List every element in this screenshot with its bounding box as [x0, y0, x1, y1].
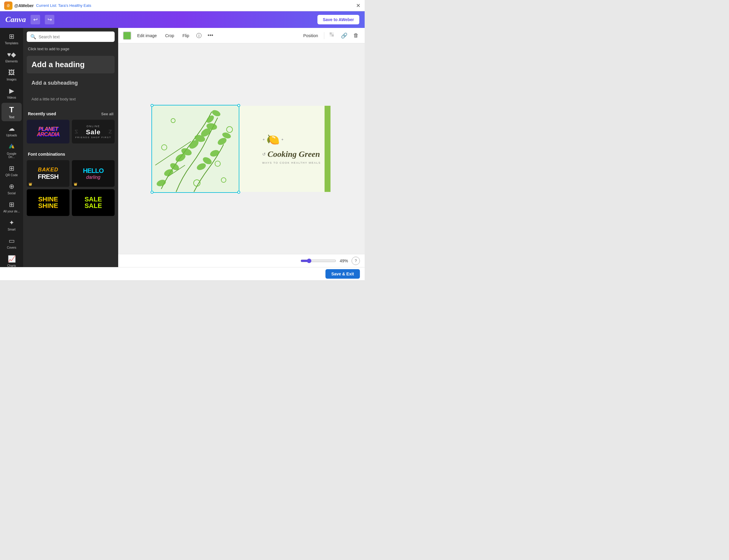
flip-button[interactable]: Flip	[180, 32, 192, 39]
canvas-bottom: 49% ?	[118, 254, 364, 267]
sidebar-item-videos-label: Videos	[7, 96, 16, 99]
qr-code-icon: ⊞	[9, 165, 14, 172]
svg-rect-2	[332, 32, 334, 34]
sidebar-item-elements-label: Elements	[5, 60, 18, 63]
online-label: ONLINE	[75, 125, 111, 128]
add-body-option[interactable]: Add a little bit of body text	[27, 93, 115, 105]
aweber-logo-text: @AWeber	[14, 3, 34, 8]
shine-text-1: SHINE	[30, 196, 66, 203]
covers-icon: ▭	[9, 237, 15, 245]
sidebar-item-covers[interactable]: ▭ Covers	[1, 235, 22, 252]
toolbar-separator	[324, 32, 324, 39]
green-bar	[325, 106, 331, 192]
recently-used-items: PLANETARCADIA ONLINE Sale FRIENDS SHOP F…	[23, 119, 118, 147]
text-icon: T	[9, 105, 14, 114]
transparency-button[interactable]	[328, 31, 336, 40]
save-to-aweber-button[interactable]: Save to AWeber	[318, 15, 359, 24]
templates-icon: ⊞	[9, 33, 14, 40]
elements-icon: ♥◆	[7, 51, 16, 59]
font-combinations-grid: BAKED FRESH 👑 HELLO darling 👑	[23, 159, 118, 220]
aweber-logo-icon: @	[4, 1, 12, 10]
add-heading-option[interactable]: Add a heading	[27, 56, 115, 73]
info-button[interactable]: ⓘ	[195, 31, 203, 40]
crop-button[interactable]: Crop	[163, 32, 176, 39]
recently-used-label: Recently used	[28, 111, 56, 116]
shine-text-2: SHINE	[30, 203, 66, 209]
google-drive-icon	[8, 143, 15, 151]
sidebar-item-templates-label: Templates	[5, 42, 18, 45]
sidebar-item-text-label: Text	[9, 116, 14, 119]
save-exit-button[interactable]: Save & Exit	[326, 269, 360, 279]
color-swatch[interactable]	[123, 31, 131, 40]
sidebar-item-social-label: Social	[7, 192, 15, 195]
sidebar-item-google-drive[interactable]: Google Dri...	[1, 141, 22, 161]
svg-rect-0	[330, 32, 332, 34]
canvas-viewport[interactable]: ✦ 🍋 ✦ ↺ Cooking Green WAYS TO COOK HEALT…	[118, 43, 364, 254]
save-exit-bar: Save & Exit	[0, 267, 364, 280]
sidebar-item-qr-code[interactable]: ⊞ QR Code	[1, 162, 22, 179]
darling-text: darling	[75, 175, 111, 180]
canva-wrapper: Canva ↩ ↪ Save to AWeber ⊞ Templates ♥◆ …	[0, 11, 364, 280]
font-combinations-label: Font combinations	[28, 152, 65, 157]
more-options-button[interactable]: •••	[206, 31, 214, 40]
online-sale-sub: FRIENDS SHOP FIRST	[75, 136, 111, 139]
svg-rect-1	[332, 34, 334, 37]
recently-item-planet-arcadia[interactable]: PLANETARCADIA	[27, 120, 70, 143]
sidebar-item-all-designs-label: All your de...	[3, 210, 20, 213]
cooking-green-content: ✦ 🍋 ✦ ↺ Cooking Green WAYS TO COOK HEALT…	[244, 133, 321, 164]
charts-icon: 📈	[8, 255, 16, 263]
sparkle-right: ✦	[281, 138, 284, 142]
text-panel: 🔍 Click text to add to page Add a headin…	[23, 28, 118, 267]
undo-button[interactable]: ↩	[31, 15, 40, 24]
online-sale-text: Sale	[75, 128, 111, 136]
cooking-green-title: Cooking Green	[268, 149, 320, 159]
recently-item-online-sale[interactable]: ONLINE Sale FRIENDS SHOP FIRST	[72, 120, 115, 143]
sidebar-item-images[interactable]: 🖼 Images	[1, 67, 22, 83]
videos-icon: ▶	[9, 87, 14, 95]
lemon-area: ✦ 🍋 ✦	[262, 133, 284, 146]
link-button[interactable]: 🔗	[340, 31, 349, 40]
font-combo-baked-fresh[interactable]: BAKED FRESH 👑	[27, 160, 70, 187]
refresh-icon: ↺	[262, 152, 266, 157]
title-row: ↺ Cooking Green	[262, 149, 320, 159]
help-button[interactable]: ?	[352, 257, 360, 265]
sidebar-item-images-label: Images	[7, 78, 17, 81]
images-icon: 🖼	[8, 69, 15, 77]
search-box[interactable]: 🔍	[27, 31, 115, 42]
aweber-close-icon[interactable]: ✕	[356, 2, 361, 9]
canvas-area: Edit image Crop Flip ⓘ ••• Position	[118, 28, 364, 267]
social-icon: ⊕	[9, 183, 14, 190]
font-combo-sale[interactable]: SALE SALE	[72, 189, 115, 216]
cooking-green-subtitle: WAYS TO COOK HEALTHY MEALS	[262, 161, 321, 164]
sidebar-item-elements[interactable]: ♥◆ Elements	[1, 48, 22, 65]
sidebar-item-text[interactable]: T Text	[1, 103, 22, 121]
sidebar-item-uploads-label: Uploads	[6, 134, 17, 137]
add-subheading-option[interactable]: Add a subheading	[27, 76, 115, 90]
sidebar-item-social[interactable]: ⊕ Social	[1, 180, 22, 197]
fresh-text: FRESH	[30, 173, 66, 181]
sale-text-1: SALE	[75, 196, 111, 203]
sidebar-item-charts[interactable]: 📈 Charts	[1, 253, 22, 267]
position-button[interactable]: Position	[301, 32, 321, 39]
sidebar-item-all-designs[interactable]: ⊞ All your de...	[1, 198, 22, 215]
sidebar-item-videos[interactable]: ▶ Videos	[1, 85, 22, 102]
sidebar-item-smart-label: Smart	[8, 228, 16, 231]
font-combo-hello-darling[interactable]: HELLO darling 👑	[72, 160, 115, 187]
zoom-slider[interactable]	[301, 258, 336, 263]
aweber-bar-left: @ @AWeber Current List: Tara's Healthy E…	[4, 1, 91, 10]
search-input[interactable]	[39, 34, 111, 39]
click-text-hint: Click text to add to page	[23, 45, 118, 55]
font-combo-shine[interactable]: SHINE SHINE	[27, 189, 70, 216]
sidebar-item-uploads[interactable]: ☁ Uploads	[1, 122, 22, 139]
sale-text-2: SALE	[75, 203, 111, 209]
sidebar-item-smart[interactable]: ✦ Smart	[1, 217, 22, 234]
delete-button[interactable]: 🗑	[352, 31, 360, 40]
sidebar-item-templates[interactable]: ⊞ Templates	[1, 30, 22, 47]
redo-button[interactable]: ↪	[45, 15, 54, 24]
edit-image-button[interactable]: Edit image	[135, 32, 159, 39]
lemon-icon: 🍋	[266, 133, 280, 146]
see-all-button[interactable]: See all	[101, 112, 113, 116]
canva-topbar-left: Canva ↩ ↪	[5, 15, 54, 24]
aweber-logo: @ @AWeber	[4, 1, 34, 10]
uploads-icon: ☁	[8, 125, 15, 132]
